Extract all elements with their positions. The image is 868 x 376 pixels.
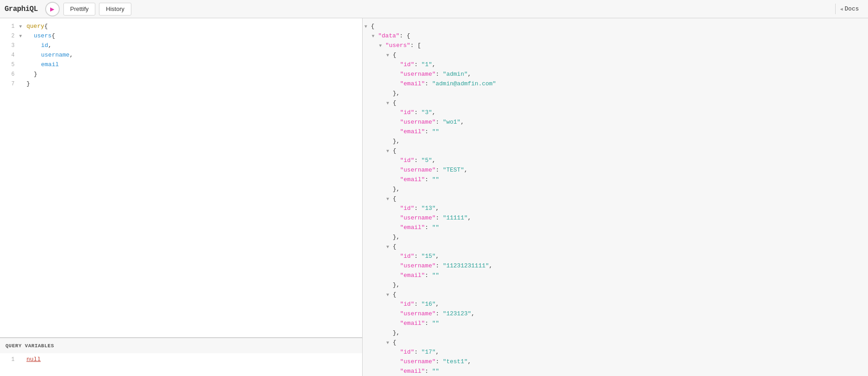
json-line: },: [363, 89, 868, 99]
json-line: "id": "15",: [363, 252, 868, 261]
json-line: "email": "": [363, 175, 868, 185]
fold-icon: [394, 166, 400, 175]
json-line: "email": "admin@admfin.com": [363, 79, 868, 89]
json-content: },: [393, 329, 400, 338]
fold-icon: [394, 224, 400, 233]
line-number: 2: [2, 31, 15, 41]
variables-body[interactable]: 1 null: [0, 353, 362, 376]
fold-icon[interactable]: ▼: [386, 195, 393, 204]
line-number: 1: [2, 355, 15, 364]
json-line: "username": "test1",: [363, 357, 868, 367]
result-panel: ▼ { ▼ "data": { ▼ "users": [ ▼ { "id": "…: [363, 18, 868, 376]
fold-arrow: [19, 355, 26, 365]
fold-icon: [394, 70, 400, 79]
json-line: "id": "17",: [363, 348, 868, 357]
json-content: {: [371, 22, 374, 31]
json-content: },: [393, 185, 400, 194]
json-content: },: [393, 233, 400, 242]
code-line-2: 2 ▼ users{: [0, 31, 362, 41]
json-content: "username": "test1",: [400, 357, 471, 366]
docs-button[interactable]: ◀ Docs: [835, 4, 863, 14]
json-line: "id": "13",: [363, 204, 868, 214]
json-content: {: [393, 242, 396, 251]
fold-icon[interactable]: ▼: [386, 291, 393, 300]
code-line-1: 1 ▼ query{: [0, 22, 362, 31]
json-content: "email": "": [400, 127, 439, 136]
json-line: "id": "5",: [363, 156, 868, 166]
json-line: ▼ {: [363, 51, 868, 60]
run-button[interactable]: ▶: [45, 2, 60, 16]
json-line: },: [363, 281, 868, 290]
json-line: "email": "": [363, 223, 868, 233]
query-editor[interactable]: 1 ▼ query{ 2 ▼ users{ 3 id, 4 username,: [0, 18, 362, 337]
json-content: {: [393, 290, 396, 299]
history-button[interactable]: History: [99, 3, 131, 16]
fold-icon[interactable]: ▼: [364, 22, 371, 31]
json-content: "email": "admin@admfin.com": [400, 79, 496, 89]
json-content: "id": "5",: [400, 156, 436, 165]
fold-icon: [394, 262, 400, 271]
json-content: "username": "123123",: [400, 309, 475, 319]
left-panel: 1 ▼ query{ 2 ▼ users{ 3 id, 4 username,: [0, 18, 363, 376]
code-line-7: 7 }: [0, 79, 362, 89]
json-content: "username": "admin",: [400, 70, 471, 79]
fold-icon: [394, 348, 400, 357]
line-number: 4: [2, 51, 15, 60]
json-line: },: [363, 329, 868, 338]
fold-arrow[interactable]: ▼: [19, 32, 26, 41]
code-content: users{: [26, 31, 360, 41]
fold-icon[interactable]: ▼: [386, 339, 393, 348]
json-line: "username": "wo1",: [363, 118, 868, 127]
json-line: "email": "": [363, 367, 868, 376]
json-content: },: [393, 137, 400, 146]
json-line: ▼ {: [363, 338, 868, 348]
json-line: "username": "11231231111",: [363, 261, 868, 271]
json-content: },: [393, 281, 400, 290]
fold-arrow[interactable]: ▼: [19, 22, 26, 31]
fold-icon: [394, 214, 400, 223]
fold-icon: [394, 319, 400, 329]
fold-icon: [394, 310, 400, 319]
json-content: {: [393, 51, 396, 60]
query-variables-header[interactable]: QUERY VARIABLES: [0, 338, 362, 353]
fold-icon: [394, 128, 400, 137]
json-content: {: [393, 146, 396, 156]
query-variables-section: QUERY VARIABLES 1 null: [0, 337, 362, 376]
query-variables-label: QUERY VARIABLES: [5, 343, 54, 349]
app-logo: GraphiQL: [5, 5, 38, 13]
json-content: {: [393, 338, 396, 347]
fold-icon[interactable]: ▼: [379, 42, 385, 51]
json-content: "users": [: [385, 41, 421, 50]
fold-icon[interactable]: ▼: [372, 32, 378, 41]
line-number: 3: [2, 41, 15, 50]
fold-icon: [394, 300, 400, 309]
json-content: "username": "11111",: [400, 214, 471, 223]
json-content: {: [393, 99, 396, 108]
json-line: "email": "": [363, 319, 868, 329]
json-line: },: [363, 233, 868, 242]
code-line-4: 4 username,: [0, 51, 362, 60]
fold-icon: [394, 176, 400, 185]
fold-icon[interactable]: ▼: [386, 243, 393, 252]
docs-label: Docs: [845, 5, 859, 12]
json-content: "email": "": [400, 271, 439, 280]
code-content: query{: [26, 22, 360, 31]
json-line: "username": "11111",: [363, 214, 868, 223]
fold-icon[interactable]: ▼: [386, 147, 393, 156]
json-content: "id": "3",: [400, 108, 436, 117]
run-icon: ▶: [50, 6, 54, 12]
json-content: "email": "": [400, 319, 439, 328]
json-line: ▼ {: [363, 146, 868, 156]
fold-icon: [394, 272, 400, 281]
main-area: 1 ▼ query{ 2 ▼ users{ 3 id, 4 username,: [0, 18, 868, 376]
json-content: "id": "1",: [400, 60, 436, 69]
fold-icon[interactable]: ▼: [386, 99, 393, 108]
json-content: {: [393, 194, 396, 204]
fold-icon: [394, 118, 400, 127]
prettify-button[interactable]: Prettify: [63, 3, 95, 16]
fold-icon: [386, 185, 393, 194]
fold-arrow: [19, 80, 26, 89]
json-line: "id": "3",: [363, 108, 868, 118]
fold-icon: [386, 281, 393, 290]
fold-icon[interactable]: ▼: [386, 51, 393, 60]
